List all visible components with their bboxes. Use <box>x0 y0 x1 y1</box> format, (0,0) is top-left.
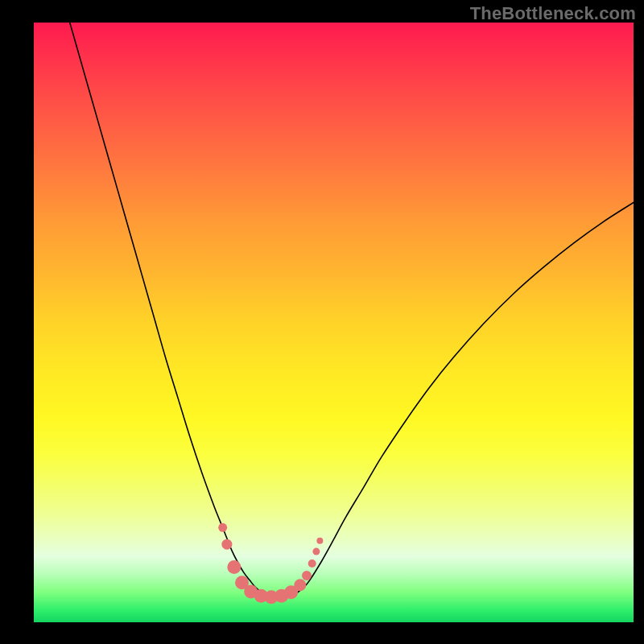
sample-point <box>302 571 312 580</box>
sample-points-layer <box>34 23 634 622</box>
sample-point <box>221 539 232 550</box>
sample-point <box>312 548 320 555</box>
sample-point <box>316 538 323 544</box>
sample-point <box>294 579 306 591</box>
sample-point <box>227 560 241 574</box>
sample-point <box>308 559 316 568</box>
chart-frame: TheBottleneck.com <box>0 0 644 644</box>
plot-area <box>34 23 634 622</box>
sample-point <box>218 523 227 532</box>
watermark-text: TheBottleneck.com <box>470 3 636 24</box>
